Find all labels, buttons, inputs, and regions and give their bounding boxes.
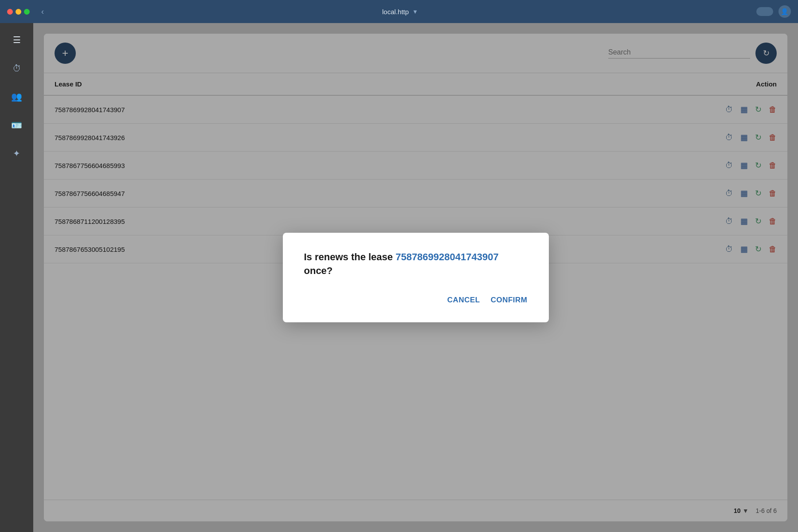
dialog-message-prefix: Is renews the lease (304, 251, 396, 262)
minimize-button[interactable] (16, 9, 21, 15)
titlebar: ‹ local.http ▼ 👤 (0, 0, 798, 23)
dialog-message-suffix: once? (304, 265, 333, 276)
content-area: + ↻ Lease ID Action (33, 23, 798, 532)
sidebar-item-clock[interactable]: ⏱ (9, 60, 25, 76)
confirm-button[interactable]: CONFIRM (491, 296, 528, 305)
close-button[interactable] (7, 9, 13, 15)
traffic-lights (7, 9, 30, 15)
main-panel: + ↻ Lease ID Action (44, 34, 787, 521)
back-button[interactable]: ‹ (41, 7, 44, 16)
sidebar-item-hierarchy[interactable]: ✦ (9, 145, 25, 161)
cancel-button[interactable]: CANCEL (447, 296, 480, 305)
dialog-lease-id: 7587869928041743907 (395, 251, 498, 262)
titlebar-title: local.http (382, 8, 409, 16)
dialog-overlay: Is renews the lease 7587869928041743907 … (44, 34, 787, 521)
user-avatar[interactable]: 👤 (778, 5, 791, 18)
titlebar-right: 👤 (756, 5, 791, 18)
main-layout: ☰ ⏱ 👥 🪪 ✦ + ↻ (0, 23, 798, 532)
titlebar-title-group: local.http ▼ (382, 8, 418, 16)
titlebar-left: ‹ (7, 7, 44, 16)
sidebar-item-id[interactable]: 🪪 (9, 117, 25, 133)
dialog-actions: CANCEL CONFIRM (304, 296, 528, 305)
theme-toggle[interactable] (756, 7, 773, 16)
titlebar-chevron-icon[interactable]: ▼ (412, 8, 418, 15)
sidebar-item-grid[interactable]: ☰ (9, 32, 25, 48)
confirm-dialog: Is renews the lease 7587869928041743907 … (283, 233, 549, 322)
sidebar: ☰ ⏱ 👥 🪪 ✦ (0, 23, 33, 532)
dialog-message: Is renews the lease 7587869928041743907 … (304, 250, 528, 278)
sidebar-item-users[interactable]: 👥 (9, 89, 25, 105)
maximize-button[interactable] (24, 9, 30, 15)
